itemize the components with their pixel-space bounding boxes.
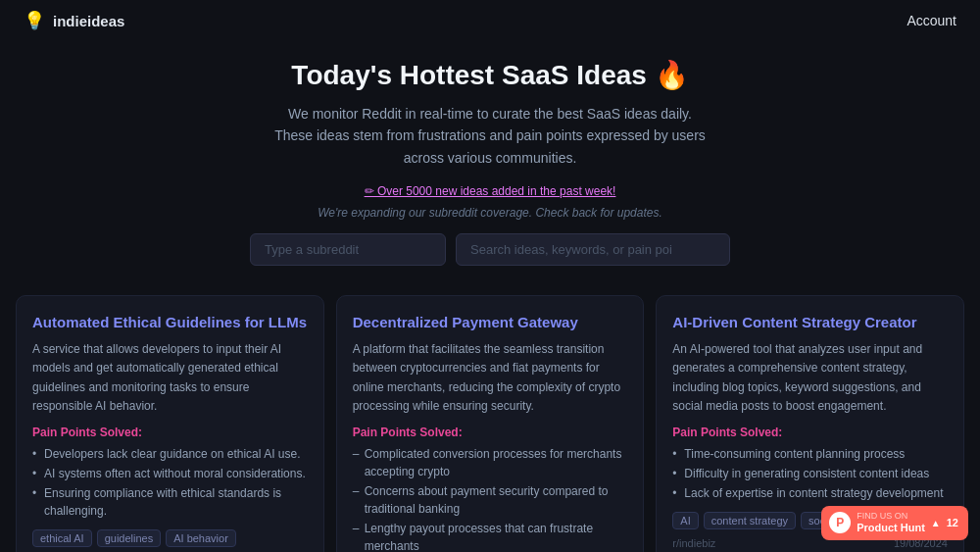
hero-title: Today's Hottest SaaS Ideas 🔥 [20,59,960,91]
card-2: Decentralized Payment Gateway A platform… [336,295,645,552]
pain-item: Lack of expertise in content strategy de… [672,484,948,502]
card-2-title: Decentralized Payment Gateway [353,312,628,332]
ph-logo-icon: P [829,512,851,533]
pain-item: Ensuring compliance with ethical standar… [32,484,308,520]
tag[interactable]: ethical AI [32,529,92,547]
card-1-tags: ethical AI guidelines AI behavior compli… [32,529,308,552]
card-1-title: Automated Ethical Guidelines for LLMs [32,312,308,332]
navbar: 💡 indieideas Account [0,0,980,41]
ph-arrow-icon: ▲ [931,518,941,528]
subreddit-input[interactable] [250,233,446,266]
pain-item: Developers lack clear guidance on ethica… [32,445,308,463]
ph-count: 12 [947,517,958,528]
hero-badge: ✏ Over 5000 new ideas added in the past … [365,184,616,198]
search-input[interactable] [456,233,730,266]
card-1-pains: Developers lack clear guidance on ethica… [32,445,308,520]
card-3-desc: An AI-powered tool that analyzes user in… [672,340,948,416]
card-3-source: r/indiebiz [672,537,715,549]
tag[interactable]: AI behavior [166,529,236,547]
tag[interactable]: AI [672,512,698,529]
search-row [20,233,960,266]
logo[interactable]: 💡 indieideas [24,10,124,31]
hero-note: We're expanding our subreddit coverage. … [20,206,960,220]
card-1-pain-label: Pain Points Solved: [32,426,308,439]
card-2-desc: A platform that facilitates the seamless… [353,340,628,416]
card-3-title: AI-Driven Content Strategy Creator [672,312,948,332]
pain-item: Time-consuming content planning process [672,445,948,463]
tag[interactable]: guidelines [97,529,162,547]
pain-item: Difficulty in generating consistent cont… [672,465,948,482]
hero-subtitle: We monitor Reddit in real-time to curate… [274,103,706,169]
product-hunt-badge[interactable]: P FIND US ON Product Hunt ▲ 12 [821,506,968,540]
tag[interactable]: content strategy [704,512,796,529]
card-1: Automated Ethical Guidelines for LLMs A … [16,295,324,552]
hero-section: Today's Hottest SaaS Ideas 🔥 We monitor … [0,41,980,295]
card-2-pain-label: Pain Points Solved: [353,426,628,439]
card-3-pains: Time-consuming content planning process … [672,445,948,502]
logo-icon: 💡 [24,10,45,31]
card-3-pain-label: Pain Points Solved: [672,426,948,439]
ph-name-text: Product Hunt [857,521,925,534]
pain-item: Lengthy payout processes that can frustr… [353,520,628,552]
pain-item: Complicated conversion processes for mer… [353,445,628,480]
account-button[interactable]: Account [906,13,956,28]
ph-find-text: FIND US ON [857,512,925,521]
card-1-desc: A service that allows developers to inpu… [32,340,308,416]
logo-text: indieideas [53,13,124,29]
pain-item: AI systems often act without moral consi… [32,465,308,482]
card-2-pains: Complicated conversion processes for mer… [353,445,628,552]
ph-text: FIND US ON Product Hunt [857,512,925,534]
pain-item: Concerns about payment security compared… [353,482,628,518]
